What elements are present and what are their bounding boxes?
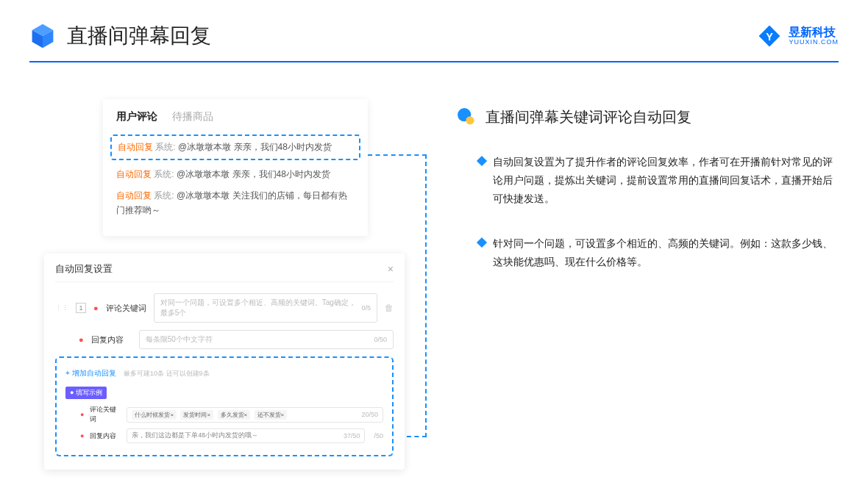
- bullet-text: 自动回复设置为了提升作者的评论回复效率，作者可在开播前针对常见的评论用户问题，提…: [493, 153, 839, 209]
- auto-reply-settings-card: 自动回复设置 × ⋮⋮ 1 ● 评论关键词 对同一个问题，可设置多个相近、高频的…: [44, 254, 405, 470]
- tag-pill[interactable]: 什么时候发货×: [132, 410, 177, 420]
- example-reply-input[interactable]: 亲，我们这边都是下单48小时内发货的哦～ 37/50: [127, 428, 365, 443]
- example-badge: ● 填写示例: [65, 387, 107, 399]
- bullet-diamond-icon: [477, 237, 487, 247]
- bullet-diamond-icon: [477, 156, 487, 166]
- page-title: 直播间弹幕回复: [67, 22, 211, 50]
- reply-input[interactable]: 每条限50个中文字符 0/50: [139, 330, 394, 349]
- comment-row-highlighted: 自动回复 系统: @冰墩墩本墩 亲亲，我们48小时内发货: [110, 134, 360, 160]
- brand-name: 昱新科技: [789, 26, 839, 39]
- comment-row: 自动回复 系统: @冰墩墩本墩 关注我们的店铺，每日都有热门推荐哟～: [116, 189, 355, 217]
- brand-url: YUUXIN.COM: [789, 39, 839, 46]
- tag-pill[interactable]: 发货时间×: [180, 410, 213, 420]
- close-icon[interactable]: ×: [388, 263, 394, 275]
- section-chat-icon: [456, 107, 477, 127]
- logo-cube-icon: [29, 23, 56, 49]
- brand-logo-icon: Y: [758, 24, 781, 48]
- comments-card: 用户评论 待播商品 自动回复 系统: @冰墩墩本墩 亲亲，我们48小时内发货 自…: [103, 99, 368, 236]
- comment-row: 自动回复 系统: @冰墩墩本墩 亲亲，我们48小时内发货: [116, 168, 355, 182]
- delete-icon[interactable]: 🗑: [385, 303, 394, 313]
- bullet-text: 针对同一个问题，可设置多个相近的、高频的关键词。例如：这款多少钱、这块能优惠吗、…: [493, 234, 839, 271]
- keyword-input[interactable]: 对同一个问题，可设置多个相近、高频的关键词。Tag确定，最多5个 0/5: [154, 293, 377, 323]
- tab-user-comments[interactable]: 用户评论: [116, 110, 157, 123]
- svg-point-6: [466, 116, 474, 124]
- tag-pill[interactable]: 还不发货×: [255, 410, 288, 420]
- settings-title: 自动回复设置: [55, 262, 113, 276]
- tab-pending-products[interactable]: 待播商品: [172, 110, 213, 123]
- svg-text:Y: Y: [766, 31, 774, 43]
- keyword-label: 评论关键词: [106, 303, 146, 314]
- example-box: + 增加自动回复 最多可建10条 还可以创建9条 ● 填写示例 ● 评论关键词 …: [55, 356, 394, 456]
- reply-label: 回复内容: [91, 334, 132, 345]
- section-title: 直播间弹幕关键词评论自动回复: [485, 107, 691, 127]
- tag-pill[interactable]: 多久发货×: [218, 410, 251, 420]
- example-keyword-input[interactable]: 什么时候发货× 发货时间× 多久发货× 还不发货× 20/50: [127, 407, 383, 423]
- add-auto-reply-link[interactable]: + 增加自动回复: [65, 368, 116, 378]
- row-number: 1: [76, 303, 86, 313]
- drag-handle-icon[interactable]: ⋮⋮: [55, 304, 68, 312]
